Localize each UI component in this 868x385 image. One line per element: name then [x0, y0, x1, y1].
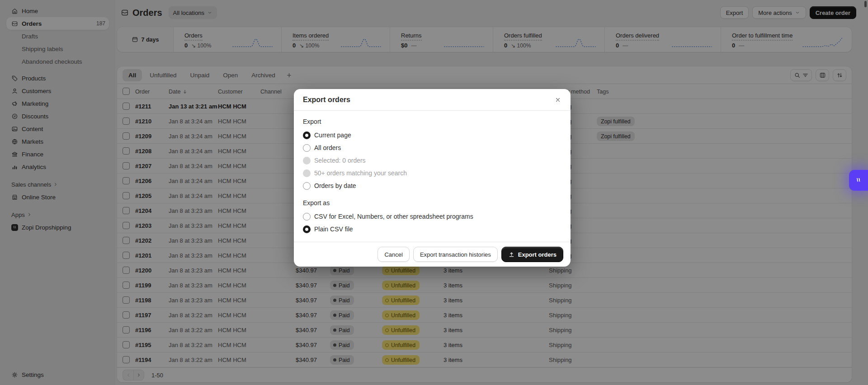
- radio-option-csv-for-excel-numbers-or-other-spreadsheet-programs[interactable]: CSV for Excel, Numbers, or other spreads…: [303, 210, 561, 223]
- zopi-logo-icon: [854, 176, 863, 184]
- modal-title: Export orders: [303, 96, 350, 104]
- radio-unselected-icon: [303, 182, 311, 190]
- radio-unselected-icon: [303, 213, 311, 221]
- close-modal-button[interactable]: [552, 94, 564, 106]
- export-options-group: Current pageAll ordersSelected: 0 orders…: [303, 129, 561, 192]
- radio-selected-icon: [303, 225, 311, 233]
- radio-disabled-icon: [303, 157, 311, 164]
- modal-body: Export Current pageAll ordersSelected: 0…: [294, 111, 571, 242]
- export-orders-modal: Export orders Export Current pageAll ord…: [294, 89, 571, 267]
- radio-selected-icon: [303, 131, 311, 139]
- radio-option-plain-csv-file[interactable]: Plain CSV file: [303, 223, 561, 235]
- radio-option-current-page[interactable]: Current page: [303, 129, 561, 141]
- modal-header: Export orders: [294, 89, 571, 111]
- upload-icon: [508, 251, 515, 258]
- close-icon: [555, 97, 561, 103]
- export-orders-submit-button[interactable]: Export orders: [501, 247, 563, 262]
- export-as-section-label: Export as: [303, 199, 561, 207]
- radio-option-all-orders[interactable]: All orders: [303, 141, 561, 154]
- radio-option-selected-0-orders[interactable]: Selected: 0 orders: [303, 154, 561, 167]
- radio-option-orders-by-date[interactable]: Orders by date: [303, 179, 561, 192]
- radio-unselected-icon: [303, 144, 311, 152]
- radio-disabled-icon: [303, 169, 311, 177]
- format-options-group: CSV for Excel, Numbers, or other spreads…: [303, 210, 561, 235]
- radio-option-50-orders-matching-your-search[interactable]: 50+ orders matching your search: [303, 167, 561, 179]
- modal-footer: Cancel Export transaction histories Expo…: [294, 242, 571, 267]
- zopi-floating-button[interactable]: [849, 170, 868, 191]
- export-transaction-histories-button[interactable]: Export transaction histories: [413, 247, 498, 262]
- cancel-button[interactable]: Cancel: [377, 247, 409, 262]
- export-section-label: Export: [303, 118, 561, 125]
